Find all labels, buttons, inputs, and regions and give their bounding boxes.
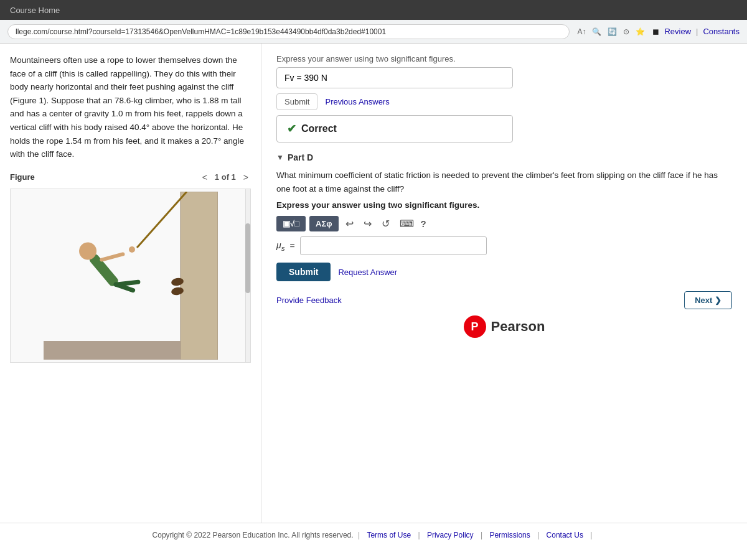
undo-btn[interactable]: ↩ (342, 216, 357, 231)
pearson-section: P Pearson (276, 315, 732, 338)
terms-link[interactable]: Terms of Use (367, 531, 411, 539)
fv-input-field[interactable] (276, 67, 513, 88)
pearson-logo: P (464, 315, 486, 338)
submit-row-prev: Submit Previous Answers (276, 93, 732, 110)
figure-label: Figure (10, 172, 35, 182)
review-constants: ◼ Review | Constants (652, 27, 740, 36)
browser-icon-refresh: 🔄 (608, 27, 617, 36)
provide-feedback-link[interactable]: Provide Feedback (276, 296, 342, 305)
scroll-indicator (245, 189, 250, 362)
check-icon: ✔ (287, 122, 296, 136)
arrow-icon: ▼ (276, 153, 284, 162)
browser-bar: llege.com/course.html?courseId=17313546&… (0, 20, 747, 44)
figure-section: Figure < 1 of 1 > (10, 171, 251, 363)
main-content: Mountaineers often use a rope to lower t… (0, 44, 747, 523)
mu-label: μs (276, 240, 285, 252)
sig-figs-label: Express your answer using two significan… (276, 200, 732, 210)
keyboard-btn[interactable]: ⌨ (397, 216, 417, 231)
svg-rect-0 (181, 192, 218, 360)
right-panel: Express your answer using two significan… (261, 44, 747, 523)
figure-nav: < 1 of 1 > (200, 171, 251, 184)
footer-sep-1: | (358, 531, 360, 539)
footer: Copyright © 2022 Pearson Education Inc. … (0, 523, 747, 547)
help-btn[interactable]: ? (421, 218, 426, 229)
copyright-text: Copyright © 2022 Pearson Education Inc. … (153, 531, 354, 539)
mu-answer-input[interactable] (300, 236, 487, 255)
svg-line-2 (137, 192, 187, 248)
answer-row: μs = (276, 236, 732, 255)
browser-icon-a: A↑ (577, 27, 586, 36)
svg-rect-1 (44, 341, 181, 360)
submit-prev-button[interactable]: Submit (276, 93, 317, 110)
figure-header: Figure < 1 of 1 > (10, 171, 251, 184)
figure-next-btn[interactable]: > (241, 171, 251, 184)
equals-sign: = (290, 241, 295, 251)
footer-sep-4: | (537, 531, 539, 539)
refresh-btn[interactable]: ↺ (378, 216, 393, 231)
svg-point-10 (129, 246, 135, 253)
request-answer-link[interactable]: Request Answer (338, 268, 397, 277)
correct-label: Correct (301, 123, 337, 134)
separator: | (696, 27, 698, 36)
redo-btn[interactable]: ↪ (360, 216, 375, 231)
express-label: Express your answer using two significan… (276, 54, 456, 63)
footer-sep-5: | (590, 531, 592, 539)
footer-sep-3: | (481, 531, 482, 539)
provide-feedback-row: Provide Feedback Next ❯ (276, 291, 732, 309)
contact-link[interactable]: Contact Us (547, 531, 583, 539)
pearson-brand-name: Pearson (491, 319, 545, 335)
privacy-link[interactable]: Privacy Policy (427, 531, 474, 539)
climber-svg-container (11, 189, 250, 362)
browser-icon-circle: ⊙ (623, 27, 629, 36)
figure-page: 1 of 1 (215, 172, 236, 182)
scroll-thumb[interactable] (245, 223, 250, 292)
next-button[interactable]: Next ❯ (684, 291, 732, 309)
previous-answer-section: Express your answer using two significan… (276, 54, 732, 142)
browser-icon-star: ⭐ (636, 27, 645, 36)
submit-button[interactable]: Submit (276, 263, 331, 281)
matrix-sqrt-icon: ▣√□ (283, 219, 299, 228)
browser-icon-search: 🔍 (592, 27, 601, 36)
correct-badge: ✔ Correct (276, 115, 513, 142)
top-bar: Course Home (0, 0, 747, 20)
greek-icon: ΑΣφ (316, 219, 332, 228)
action-row: Submit Request Answer (276, 263, 732, 281)
express-instruction: Express your answer using two significan… (276, 54, 732, 63)
greek-symbols-btn[interactable]: ΑΣφ (309, 216, 339, 231)
figure-image (10, 189, 251, 363)
problem-text: Mountaineers often use a rope to lower t… (10, 54, 251, 161)
part-d-header: ▼ Part D (276, 152, 732, 162)
footer-sep-2: | (418, 531, 420, 539)
fv-input-wrapper (276, 67, 732, 88)
pearson-logo-letter: P (471, 320, 479, 334)
course-home-link[interactable]: Course Home (10, 6, 60, 15)
previous-answers-link[interactable]: Previous Answers (325, 97, 389, 106)
left-panel: Mountaineers often use a rope to lower t… (0, 44, 261, 523)
browser-actions: A↑ 🔍 🔄 ⊙ ⭐ (577, 27, 645, 36)
part-d-label: Part D (288, 152, 313, 162)
permissions-link[interactable]: Permissions (489, 531, 530, 539)
review-link[interactable]: Review (664, 27, 691, 36)
url-bar: llege.com/course.html?courseId=17313546&… (7, 24, 570, 39)
math-toolbar: ▣√□ ΑΣφ ↩ ↪ ↺ ⌨ ? (276, 216, 732, 231)
matrix-sqrt-btn[interactable]: ▣√□ (276, 216, 306, 231)
review-icon: ◼ (652, 27, 659, 36)
figure-prev-btn[interactable]: < (200, 171, 210, 184)
part-d-question: What minimum coefficient of static frict… (276, 169, 732, 195)
climber-illustration (44, 192, 218, 360)
constants-link[interactable]: Constants (703, 27, 740, 36)
